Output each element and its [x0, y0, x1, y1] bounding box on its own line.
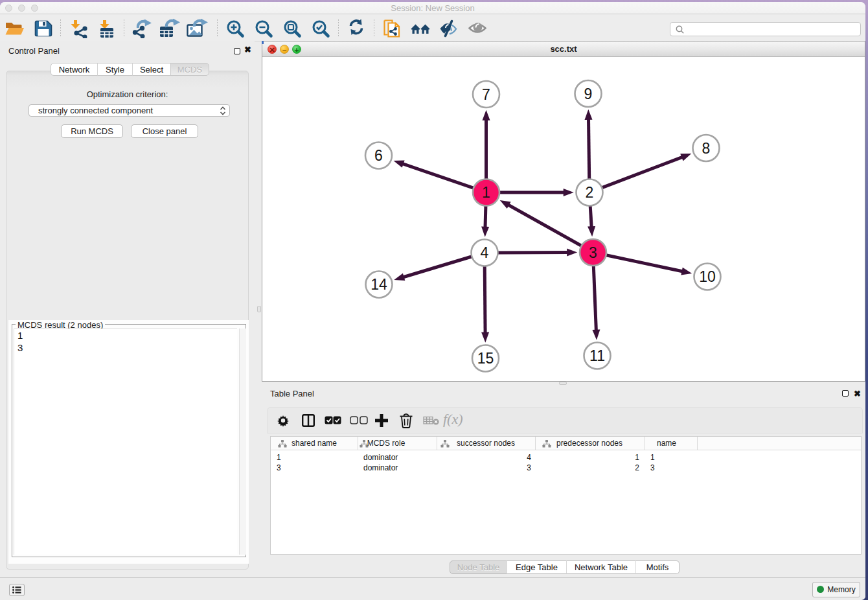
- svg-text:6: 6: [374, 147, 383, 164]
- svg-text:3: 3: [589, 244, 597, 261]
- svg-text:11: 11: [589, 347, 605, 364]
- svg-text:4: 4: [481, 244, 489, 261]
- svg-text:1: 1: [482, 184, 490, 201]
- svg-text:14: 14: [371, 276, 387, 293]
- svg-text:9: 9: [584, 86, 593, 102]
- svg-text:10: 10: [699, 268, 716, 285]
- svg-text:15: 15: [477, 350, 494, 367]
- svg-text:2: 2: [586, 184, 594, 201]
- svg-text:8: 8: [702, 140, 711, 157]
- svg-text:7: 7: [482, 86, 490, 103]
